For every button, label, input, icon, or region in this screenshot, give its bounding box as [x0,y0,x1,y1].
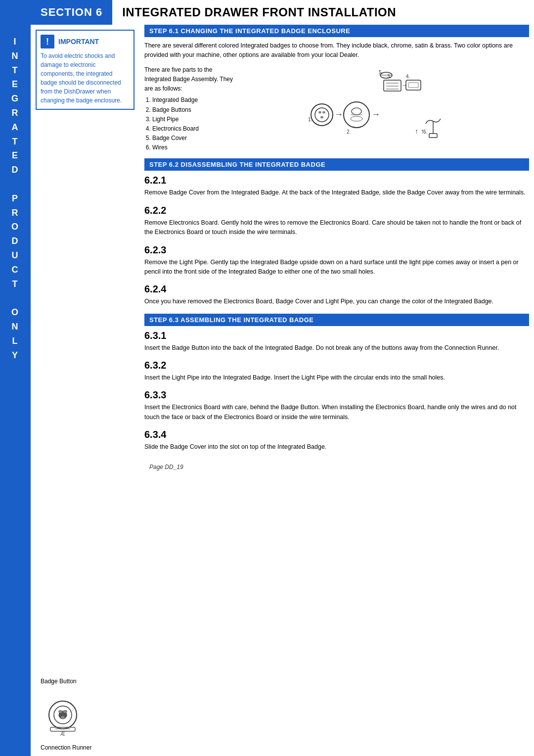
sidebar-letter-u: U [11,248,19,263]
sidebar-letter-l: L [12,334,18,348]
sidebar-letter-e2: E [12,148,19,163]
sidebar-letter-g: G [11,92,19,106]
important-text: To avoid electric shocks and damage to e… [41,51,130,105]
sub-step-633: 6.3.3 Insert the Electronics Board with … [144,389,529,422]
parts-list: There are five parts to the Integrated B… [144,65,238,153]
list-item: Light Pipe [152,115,238,124]
sidebar-letter-r: R [11,106,19,120]
right-content: STEP 6.1 CHANGING THE INTEGRATED BADGE E… [139,25,534,756]
sub-step-text-622: Remove Electronics Board. Gently hold th… [144,218,529,237]
sidebar-letter-e: E [12,77,19,92]
parts-diagram-svg: 1. → 2. [307,69,465,148]
svg-text:↑: ↑ [421,127,424,135]
important-header: ! IMPORTANT [41,35,130,48]
page-footer: Page DD_19 [144,459,529,472]
list-item: Electronics Board [152,124,238,134]
svg-point-4 [63,710,67,713]
sidebar-letter-i: I [13,35,17,49]
sub-step-number-632: 6.3.2 [144,360,529,371]
page-number: Page DD_19 [149,464,183,471]
sub-step-text-621: Remove Badge Cover from the Integrated B… [144,188,529,197]
sub-step-number-623: 6.2.3 [144,244,529,256]
exclamation-icon: ! [41,35,54,48]
sub-step-631: 6.3.1 Insert the Badge Button into the b… [144,330,529,353]
svg-text:↑: ↑ [415,127,418,135]
sub-step-text-633: Insert the Electronics Board with care, … [144,403,529,422]
svg-point-5 [61,716,65,719]
page-title: INTEGRATED DRAWER FRONT INSTALLATION [112,0,406,25]
sidebar-letter-t3: T [12,277,18,291]
sidebar-letter-n: N [11,49,19,63]
sub-step-621: 6.2.1 Remove Badge Cover from the Integr… [144,175,529,197]
sub-step-text-632: Insert the Light Pipe into the Integrate… [144,373,529,382]
list-item: Badge Buttons [152,105,238,115]
sidebar-letter-space1 [13,177,17,191]
sub-step-number-622: 6.2.2 [144,205,529,216]
svg-point-14 [320,116,323,119]
important-box: ! IMPORTANT To avoid electric shocks and… [36,30,134,110]
sub-step-622: 6.2.2 Remove Electronics Board. Gently h… [144,205,529,237]
sidebar-letter-d2: D [11,234,19,248]
parts-area: There are five parts to the Integrated B… [144,65,529,153]
important-title: IMPORTANT [58,38,99,46]
step-61-header: STEP 6.1 CHANGING THE INTEGRATED BADGE E… [144,25,529,37]
svg-text:4.: 4. [406,74,410,79]
parts-intro-text: There are five parts to the Integrated B… [144,65,238,94]
parts-ordered-list: Integrated Badge Badge Buttons Light Pip… [152,95,238,152]
sub-step-number-634: 6.3.4 [144,429,529,440]
svg-rect-23 [384,80,401,91]
svg-point-12 [318,111,321,114]
svg-point-18 [352,108,361,115]
sub-step-634: 6.3.4 Slide the Badge Cover into the slo… [144,429,529,452]
sub-step-number-621: 6.2.1 [144,175,529,186]
sub-step-text-624: Once you have removed the Electronics Bo… [144,297,529,306]
sidebar-letter-space2 [13,291,17,305]
svg-point-19 [351,116,362,121]
sidebar-letter-t2: T [12,135,18,149]
badge-image-area: Badge Button Æ Connecti [36,678,134,751]
main-content: SECTION 6 INTEGRATED DRAWER FRONT INSTAL… [31,0,534,756]
svg-text:→: → [371,109,380,119]
sub-step-number-631: 6.3.1 [144,330,529,341]
sidebar-letter-d: D [11,163,19,177]
sidebar-letter-y: Y [12,348,19,363]
sub-step-text-634: Slide the Badge Cover into the slot on t… [144,442,529,452]
sidebar: I N T E G R A T E D P R O D U C T O N L … [0,0,31,756]
sub-step-624: 6.2.4 Once you have removed the Electron… [144,284,529,306]
sub-step-632: 6.3.2 Insert the Light Pipe into the Int… [144,360,529,382]
content-area: ! IMPORTANT To avoid electric shocks and… [31,25,534,756]
sidebar-letters: I N T E G R A T E D P R O D U C T O N L … [11,35,19,362]
sidebar-letter-o2: O [11,305,19,320]
svg-text:Æ: Æ [60,731,65,737]
sub-step-number-633: 6.3.3 [144,389,529,401]
sidebar-letter-p: P [12,191,19,206]
badge-button-label: Badge Button [41,678,77,685]
sidebar-letter-t: T [12,63,18,78]
step-61-intro: There are several different colored Inte… [144,41,529,60]
connection-runner-label: Connection Runner [41,744,91,751]
sidebar-letter-c: C [11,263,19,277]
section-label: SECTION 6 [31,0,112,25]
list-item: Badge Cover [152,134,238,143]
header-row: SECTION 6 INTEGRATED DRAWER FRONT INSTAL… [31,0,534,25]
svg-text:→: → [401,81,408,89]
step-63-header: STEP 6.3 ASSEMBLING THE INTEGRATED BADGE [144,314,529,326]
diagram-area: 1. → 2. [243,65,529,153]
svg-point-11 [315,108,329,122]
svg-point-13 [322,111,325,114]
list-item: Wires [152,143,238,152]
left-panel: ! IMPORTANT To avoid electric shocks and… [31,25,139,756]
svg-rect-29 [408,83,418,88]
sub-step-623: 6.2.3 Remove the Light Pipe. Gently tap … [144,244,529,277]
badge-diagram-svg: Æ [45,688,125,742]
step-62-header: STEP 6.2 DISASSEMBLING THE INTEGRATED BA… [144,158,529,171]
list-item: Integrated Badge [152,95,238,105]
svg-text:→: → [334,109,343,119]
svg-point-10 [311,104,333,126]
sub-step-number-624: 6.2.4 [144,284,529,295]
sidebar-letter-o: O [11,220,19,234]
svg-text:2.: 2. [347,129,351,135]
sub-step-text-631: Insert the Badge Button into the back of… [144,343,529,353]
svg-point-3 [58,710,62,713]
sidebar-letter-a: A [11,120,19,135]
